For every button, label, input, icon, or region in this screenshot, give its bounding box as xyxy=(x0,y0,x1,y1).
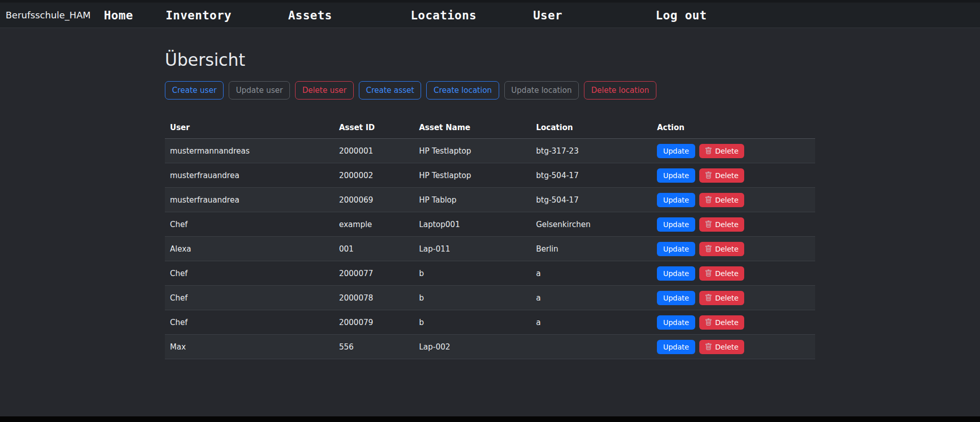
cell-action: Update Delete xyxy=(652,188,815,212)
cell-user: Chef xyxy=(165,310,334,335)
delete-button-label: Delete xyxy=(715,245,739,253)
delete-user-button[interactable]: Delete user xyxy=(295,81,354,100)
trash-icon xyxy=(705,220,712,228)
trash-icon xyxy=(705,196,712,204)
create-user-button[interactable]: Create user xyxy=(165,81,224,100)
nav-item-assets[interactable]: Assets xyxy=(288,9,411,22)
delete-button[interactable]: Delete xyxy=(699,340,744,354)
main-content: Übersicht Create userUpdate userDelete u… xyxy=(165,50,815,359)
nav-item-log-out[interactable]: Log out xyxy=(656,9,778,22)
delete-button[interactable]: Delete xyxy=(699,217,744,232)
nav-item-inventory[interactable]: Inventory xyxy=(166,9,288,22)
cell-asset-id: 001 xyxy=(334,237,414,261)
cell-location: Berlin xyxy=(531,237,652,261)
page-title: Übersicht xyxy=(165,50,815,70)
cell-action: Update Delete xyxy=(652,335,815,359)
delete-button-label: Delete xyxy=(715,171,739,180)
cell-asset-name: b xyxy=(414,286,531,310)
nav-item-home[interactable]: Home xyxy=(104,9,166,22)
window-bottom-edge xyxy=(0,416,980,422)
crud-toolbar: Create userUpdate userDelete userCreate … xyxy=(165,81,815,100)
update-location-button[interactable]: Update location xyxy=(504,81,579,100)
cell-user: Chef xyxy=(165,261,334,286)
delete-button-label: Delete xyxy=(715,294,739,302)
column-header-user: User xyxy=(165,118,334,139)
cell-asset-name: HP Testlaptop xyxy=(414,163,531,188)
cell-asset-id: 556 xyxy=(334,335,414,359)
update-user-button[interactable]: Update user xyxy=(229,81,290,100)
column-header-action: Action xyxy=(652,118,815,139)
cell-location: a xyxy=(531,286,652,310)
table-row: Max556Lap-002Update Delete xyxy=(165,335,815,359)
cell-location xyxy=(531,335,652,359)
update-button[interactable]: Update xyxy=(657,168,695,183)
trash-icon xyxy=(705,318,712,326)
table-row: musterfrauandrea2000069HP Tablopbtg-504-… xyxy=(165,188,815,212)
trash-icon xyxy=(705,171,712,179)
cell-asset-name: HP Testlaptop xyxy=(414,139,531,163)
delete-button[interactable]: Delete xyxy=(699,315,744,330)
cell-action: Update Delete xyxy=(652,310,815,335)
cell-asset-id: 2000077 xyxy=(334,261,414,286)
delete-button[interactable]: Delete xyxy=(699,193,744,207)
update-button[interactable]: Update xyxy=(657,291,695,305)
cell-location: btg-504-17 xyxy=(531,188,652,212)
update-button[interactable]: Update xyxy=(657,193,695,207)
delete-button[interactable]: Delete xyxy=(699,266,744,281)
table-row: Chef2000079baUpdate Delete xyxy=(165,310,815,335)
cell-user: Alexa xyxy=(165,237,334,261)
delete-button[interactable]: Delete xyxy=(699,144,744,158)
table-row: musterfrauandrea2000002HP Testlaptopbtg-… xyxy=(165,163,815,188)
nav-item-user[interactable]: User xyxy=(533,9,656,22)
cell-asset-name: b xyxy=(414,261,531,286)
cell-asset-id: 2000079 xyxy=(334,310,414,335)
update-button[interactable]: Update xyxy=(657,315,695,330)
column-header-asset-id: Asset ID xyxy=(334,118,414,139)
delete-button-label: Delete xyxy=(715,147,739,155)
trash-icon xyxy=(705,269,712,277)
update-button[interactable]: Update xyxy=(657,144,695,158)
delete-location-button[interactable]: Delete location xyxy=(584,81,656,100)
delete-button[interactable]: Delete xyxy=(699,291,744,305)
trash-icon xyxy=(705,343,712,351)
delete-button-label: Delete xyxy=(715,220,739,229)
create-asset-button[interactable]: Create asset xyxy=(359,81,422,100)
cell-asset-name: HP Tablop xyxy=(414,188,531,212)
update-button[interactable]: Update xyxy=(657,217,695,232)
cell-location: btg-504-17 xyxy=(531,163,652,188)
delete-button-label: Delete xyxy=(715,343,739,351)
column-header-asset-name: Asset Name xyxy=(414,118,531,139)
cell-asset-id: example xyxy=(334,212,414,237)
nav-item-locations[interactable]: Locations xyxy=(411,9,533,22)
navbar-brand[interactable]: Berufsschule_HAM xyxy=(6,10,91,20)
cell-user: mustermannandreas xyxy=(165,139,334,163)
cell-asset-id: 2000069 xyxy=(334,188,414,212)
cell-user: Chef xyxy=(165,212,334,237)
update-button[interactable]: Update xyxy=(657,340,695,354)
update-button[interactable]: Update xyxy=(657,266,695,281)
create-location-button[interactable]: Create location xyxy=(426,81,499,100)
trash-icon xyxy=(705,245,712,253)
cell-action: Update Delete xyxy=(652,286,815,310)
cell-asset-id: 2000002 xyxy=(334,163,414,188)
cell-user: Max xyxy=(165,335,334,359)
delete-button-label: Delete xyxy=(715,269,739,278)
column-header-location: Location xyxy=(531,118,652,139)
update-button[interactable]: Update xyxy=(657,242,695,256)
cell-user: musterfrauandrea xyxy=(165,188,334,212)
cell-action: Update Delete xyxy=(652,139,815,163)
cell-asset-id: 2000078 xyxy=(334,286,414,310)
trash-icon xyxy=(705,147,712,155)
cell-location: btg-317-23 xyxy=(531,139,652,163)
cell-user: musterfrauandrea xyxy=(165,163,334,188)
cell-asset-name: b xyxy=(414,310,531,335)
delete-button[interactable]: Delete xyxy=(699,168,744,183)
cell-user: Chef xyxy=(165,286,334,310)
cell-location: a xyxy=(531,310,652,335)
trash-icon xyxy=(705,294,712,302)
delete-button[interactable]: Delete xyxy=(699,242,744,256)
cell-asset-name: Laptop001 xyxy=(414,212,531,237)
table-row: Alexa001Lap-011BerlinUpdate Delete xyxy=(165,237,815,261)
cell-asset-name: Lap-011 xyxy=(414,237,531,261)
cell-action: Update Delete xyxy=(652,163,815,188)
